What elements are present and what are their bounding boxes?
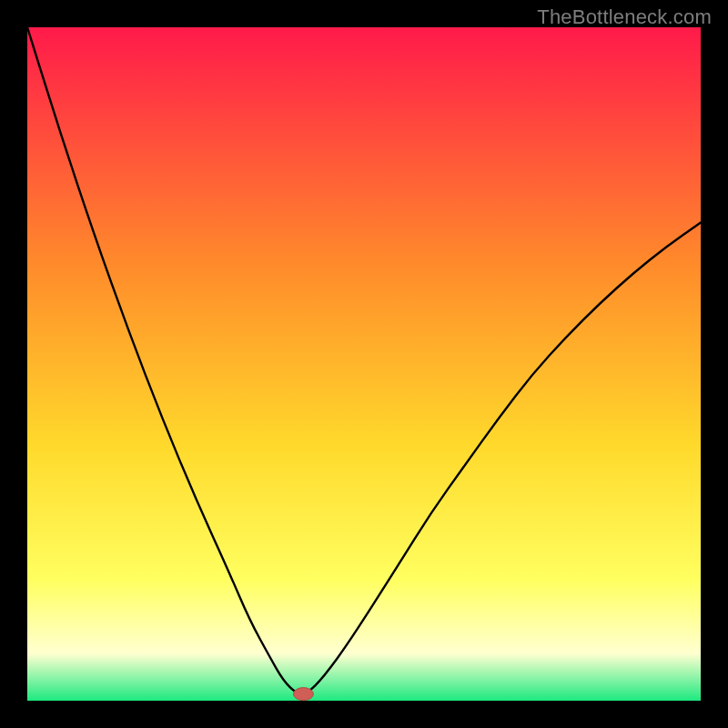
chart-frame: TheBottleneck.com	[0, 0, 728, 728]
optimal-point-marker	[293, 688, 313, 701]
bottleneck-chart	[27, 27, 701, 701]
gradient-background	[27, 27, 701, 701]
plot-area	[27, 27, 701, 701]
watermark-text: TheBottleneck.com	[537, 5, 712, 29]
